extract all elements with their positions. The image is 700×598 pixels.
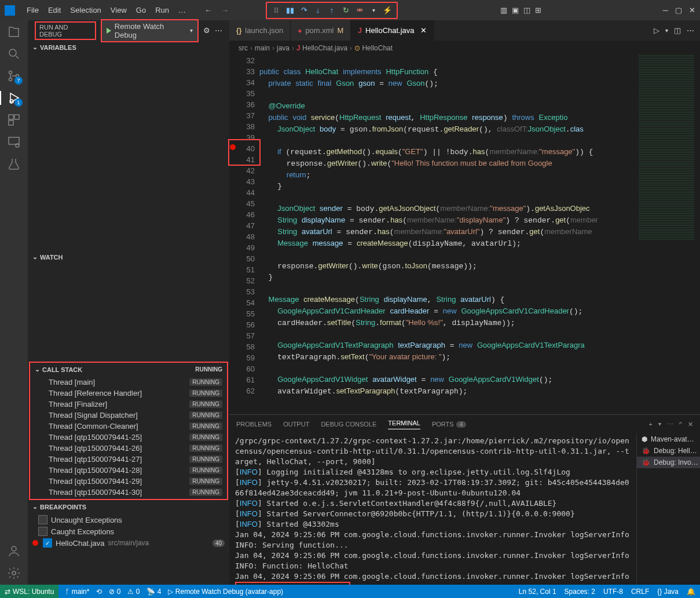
- line-gutter[interactable]: 32 33 34 35 36 37 38 39 40 41 42 43 44 4…: [229, 55, 259, 414]
- terminal-instance[interactable]: 🐞Debug: Invo…: [637, 457, 700, 468]
- drag-handle-icon[interactable]: ⁞⁞: [270, 5, 282, 16]
- warnings-count[interactable]: ⚠ 0: [127, 588, 140, 596]
- breadcrumb-item[interactable]: java: [277, 44, 289, 52]
- search-icon[interactable]: [7, 47, 21, 61]
- menu-selection[interactable]: Selection: [65, 3, 105, 17]
- run-debug-icon[interactable]: 1: [7, 91, 21, 105]
- pause-icon[interactable]: ▮▮: [284, 5, 296, 16]
- sync-icon[interactable]: ⟲: [96, 588, 102, 596]
- minimap[interactable]: [639, 55, 694, 240]
- step-over-icon[interactable]: ↷: [298, 5, 310, 16]
- restart-icon[interactable]: ↻: [340, 5, 351, 16]
- close-panel-icon[interactable]: ✕: [688, 421, 693, 428]
- nav-back-icon[interactable]: ←: [204, 6, 212, 14]
- menu-…[interactable]: …: [174, 3, 190, 17]
- call-stack-header[interactable]: ⌄CALL STACKRunning: [30, 363, 227, 375]
- sidebar-toggle-icon[interactable]: ◫: [523, 6, 530, 14]
- hot-replace-icon[interactable]: ⚡: [382, 5, 393, 16]
- editor-tab[interactable]: ●pom.xmlM: [291, 20, 351, 41]
- split-editor-icon[interactable]: ◫: [674, 26, 681, 35]
- thread-row[interactable]: Thread [main]RUNNING: [30, 377, 227, 388]
- code-content[interactable]: public class HelloChat implements HttpFu…: [259, 55, 598, 414]
- watch-header[interactable]: ⌄WATCH: [28, 251, 229, 263]
- breadcrumb-item[interactable]: main: [255, 44, 270, 52]
- remote-indicator[interactable]: ⇄WSL: Ubuntu: [0, 585, 58, 598]
- step-out-icon[interactable]: ↑: [326, 5, 338, 16]
- checkbox-icon[interactable]: ✓: [43, 538, 52, 548]
- testing-icon[interactable]: [7, 157, 21, 171]
- launch-config-dropdown[interactable]: Remote Watch Debug ▾: [101, 19, 199, 42]
- debug-status[interactable]: ▷ Remote Watch Debug (avatar-app): [168, 588, 283, 596]
- thread-row[interactable]: Thread [qtp1500079441-30]RUNNING: [30, 487, 227, 498]
- breadcrumb-item[interactable]: ⊙ HelloChat: [354, 44, 393, 52]
- indent-status[interactable]: Spaces: 2: [565, 588, 595, 596]
- terminal-output[interactable]: /grpc/grpc-context/1.27.2/grpc-context-1…: [229, 433, 636, 585]
- menu-view[interactable]: View: [106, 3, 131, 17]
- more-icon[interactable]: ⋯: [667, 421, 673, 428]
- explorer-icon[interactable]: [7, 25, 21, 39]
- editor-tab[interactable]: JHelloChat.java✕: [351, 20, 434, 41]
- bp-file[interactable]: ✓HelloChat.javasrc/main/java40: [28, 537, 229, 549]
- checkbox-icon[interactable]: [38, 527, 47, 536]
- ports-count[interactable]: 📡 4: [146, 588, 161, 596]
- breakpoint-glyph-icon[interactable]: [230, 144, 236, 150]
- code-editor[interactable]: 32 33 34 35 36 37 38 39 40 41 42 43 44 4…: [229, 55, 700, 414]
- layout-icon[interactable]: ▥: [500, 6, 507, 14]
- thread-row[interactable]: Thread [qtp1500079441-27]RUNNING: [30, 454, 227, 465]
- errors-count[interactable]: ⊘ 0: [109, 588, 120, 596]
- accounts-icon[interactable]: [7, 544, 21, 558]
- breadcrumb-item[interactable]: src: [239, 44, 248, 52]
- menu-edit[interactable]: Edit: [43, 3, 65, 17]
- panel-toggle-icon[interactable]: ▣: [512, 6, 519, 14]
- thread-row[interactable]: Thread [Finalizer]RUNNING: [30, 399, 227, 410]
- tab-debug-console[interactable]: DEBUG CONSOLE: [321, 421, 376, 428]
- git-branch[interactable]: ᚶ main*: [65, 588, 89, 596]
- settings-gear-icon[interactable]: [7, 566, 21, 580]
- cursor-position[interactable]: Ln 52, Col 1: [519, 588, 556, 596]
- bp-uncaught-exceptions[interactable]: Uncaught Exceptions: [28, 514, 229, 526]
- extensions-icon[interactable]: [7, 113, 21, 127]
- more-icon[interactable]: ⋯: [215, 26, 222, 35]
- breadcrumb[interactable]: src›main›java›J HelloChat.java›⊙ HelloCh…: [229, 41, 700, 55]
- menu-file[interactable]: File: [22, 3, 43, 17]
- eol-status[interactable]: CRLF: [631, 588, 649, 596]
- nav-forward-icon[interactable]: →: [221, 6, 229, 14]
- tab-ports[interactable]: PORTS4: [432, 421, 466, 428]
- customize-layout-icon[interactable]: ⊞: [535, 6, 541, 14]
- terminal-instance[interactable]: ⬢Maven-avat…: [637, 433, 700, 445]
- thread-row[interactable]: Thread [Signal Dispatcher]RUNNING: [30, 410, 227, 421]
- maximize-panel-icon[interactable]: ^: [679, 421, 682, 428]
- close-icon[interactable]: ✕: [689, 6, 695, 14]
- variables-header[interactable]: ⌄VARIABLES: [28, 41, 229, 53]
- terminal-instance[interactable]: 🐞Debug: Hell…: [637, 445, 700, 457]
- thread-row[interactable]: Thread [qtp1500079441-26]RUNNING: [30, 443, 227, 454]
- checkbox-icon[interactable]: [38, 515, 47, 524]
- chevron-down-icon[interactable]: ▾: [665, 27, 668, 34]
- editor-tab[interactable]: {}launch.json: [229, 20, 291, 41]
- bp-caught-exceptions[interactable]: Caught Exceptions: [28, 526, 229, 537]
- thread-row[interactable]: Thread [qtp1500079441-28]RUNNING: [30, 465, 227, 476]
- step-into-icon[interactable]: ↓: [312, 5, 324, 16]
- menu-go[interactable]: Go: [131, 3, 151, 17]
- thread-row[interactable]: Thread [Reference Handler]RUNNING: [30, 388, 227, 399]
- more-icon[interactable]: ⋯: [687, 26, 694, 35]
- new-terminal-icon[interactable]: +: [648, 421, 652, 428]
- disconnect-icon[interactable]: ⚮: [354, 5, 365, 16]
- chevron-down-icon[interactable]: ▾: [368, 5, 379, 16]
- thread-row[interactable]: Thread [qtp1500079441-29]RUNNING: [30, 476, 227, 487]
- breakpoints-header[interactable]: ⌄BREAKPOINTS: [28, 501, 229, 513]
- thread-row[interactable]: Thread [Common-Cleaner]RUNNING: [30, 421, 227, 432]
- tab-problems[interactable]: PROBLEMS: [236, 421, 272, 428]
- language-status[interactable]: {} Java: [657, 588, 679, 596]
- menu-run[interactable]: Run: [151, 3, 174, 17]
- chevron-down-icon[interactable]: ▾: [658, 421, 661, 428]
- minimize-icon[interactable]: ─: [663, 6, 668, 14]
- breadcrumb-item[interactable]: J HelloChat.java: [296, 44, 347, 52]
- tab-output[interactable]: OUTPUT: [283, 421, 309, 428]
- encoding-status[interactable]: UTF-8: [603, 588, 623, 596]
- tab-terminal[interactable]: TERMINAL: [388, 420, 420, 429]
- run-icon[interactable]: ▷: [654, 26, 659, 35]
- maximize-icon[interactable]: ▢: [675, 6, 682, 14]
- thread-row[interactable]: Thread [qtp1500079441-25]RUNNING: [30, 432, 227, 443]
- gear-icon[interactable]: ⚙: [203, 26, 210, 35]
